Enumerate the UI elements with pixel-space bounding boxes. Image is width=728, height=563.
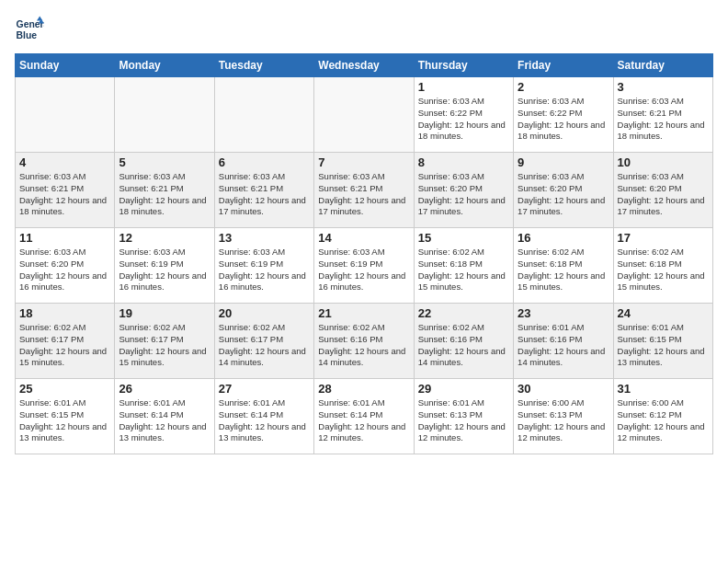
day-number: 28: [318, 382, 409, 396]
day-number: 14: [318, 231, 409, 245]
day-number: 25: [19, 382, 110, 396]
day-header-monday: Monday: [115, 54, 214, 77]
day-number: 5: [119, 155, 210, 169]
logo-icon: General Blue: [15, 15, 44, 44]
calendar-cell: 1Sunrise: 6:03 AM Sunset: 6:22 PM Daylig…: [414, 77, 513, 153]
calendar-cell: [16, 77, 115, 153]
day-info: Sunrise: 6:01 AM Sunset: 6:14 PM Dayligh…: [318, 397, 409, 444]
week-row-2: 4Sunrise: 6:03 AM Sunset: 6:21 PM Daylig…: [16, 153, 713, 228]
calendar-cell: 24Sunrise: 6:01 AM Sunset: 6:15 PM Dayli…: [613, 304, 712, 379]
day-info: Sunrise: 6:03 AM Sunset: 6:20 PM Dayligh…: [518, 171, 609, 218]
calendar-cell: 20Sunrise: 6:02 AM Sunset: 6:17 PM Dayli…: [214, 304, 313, 379]
day-number: 2: [518, 80, 609, 94]
day-info: Sunrise: 6:00 AM Sunset: 6:12 PM Dayligh…: [618, 397, 709, 444]
calendar-cell: 7Sunrise: 6:03 AM Sunset: 6:21 PM Daylig…: [314, 153, 414, 228]
day-number: 10: [618, 155, 709, 169]
calendar-cell: [314, 77, 414, 153]
calendar-cell: 17Sunrise: 6:02 AM Sunset: 6:18 PM Dayli…: [613, 228, 712, 304]
day-number: 13: [219, 231, 310, 245]
day-info: Sunrise: 6:03 AM Sunset: 6:22 PM Dayligh…: [518, 96, 609, 143]
day-number: 17: [618, 231, 709, 245]
calendar-cell: 18Sunrise: 6:02 AM Sunset: 6:17 PM Dayli…: [16, 304, 115, 379]
day-number: 27: [219, 382, 310, 396]
day-number: 7: [318, 155, 409, 169]
day-info: Sunrise: 6:02 AM Sunset: 6:16 PM Dayligh…: [418, 322, 509, 369]
calendar-cell: 9Sunrise: 6:03 AM Sunset: 6:20 PM Daylig…: [514, 153, 613, 228]
day-info: Sunrise: 6:03 AM Sunset: 6:19 PM Dayligh…: [219, 247, 310, 293]
svg-marker-2: [37, 17, 42, 21]
day-number: 11: [19, 231, 110, 245]
day-number: 1: [418, 80, 509, 94]
day-info: Sunrise: 6:02 AM Sunset: 6:18 PM Dayligh…: [618, 247, 709, 293]
day-number: 19: [119, 306, 210, 320]
calendar-cell: 4Sunrise: 6:03 AM Sunset: 6:21 PM Daylig…: [16, 153, 115, 228]
day-info: Sunrise: 6:03 AM Sunset: 6:19 PM Dayligh…: [318, 247, 409, 293]
day-info: Sunrise: 6:03 AM Sunset: 6:20 PM Dayligh…: [418, 171, 509, 218]
day-header-thursday: Thursday: [414, 54, 513, 77]
day-number: 16: [518, 231, 609, 245]
day-info: Sunrise: 6:01 AM Sunset: 6:15 PM Dayligh…: [618, 322, 709, 369]
day-info: Sunrise: 6:03 AM Sunset: 6:21 PM Dayligh…: [318, 171, 409, 218]
day-number: 23: [518, 306, 609, 320]
day-info: Sunrise: 6:01 AM Sunset: 6:14 PM Dayligh…: [219, 397, 310, 444]
day-number: 31: [618, 382, 709, 396]
calendar-cell: 3Sunrise: 6:03 AM Sunset: 6:21 PM Daylig…: [613, 77, 712, 153]
day-number: 6: [219, 155, 310, 169]
calendar-cell: 22Sunrise: 6:02 AM Sunset: 6:16 PM Dayli…: [414, 304, 513, 379]
calendar-cell: 11Sunrise: 6:03 AM Sunset: 6:20 PM Dayli…: [16, 228, 115, 304]
calendar-cell: 6Sunrise: 6:03 AM Sunset: 6:21 PM Daylig…: [214, 153, 313, 228]
svg-text:Blue: Blue: [17, 30, 38, 40]
day-info: Sunrise: 6:03 AM Sunset: 6:20 PM Dayligh…: [19, 247, 110, 293]
day-info: Sunrise: 6:03 AM Sunset: 6:22 PM Dayligh…: [418, 96, 509, 143]
day-number: 29: [418, 382, 509, 396]
day-info: Sunrise: 6:01 AM Sunset: 6:16 PM Dayligh…: [518, 322, 609, 369]
day-info: Sunrise: 6:02 AM Sunset: 6:17 PM Dayligh…: [19, 322, 110, 369]
week-row-4: 18Sunrise: 6:02 AM Sunset: 6:17 PM Dayli…: [16, 304, 713, 379]
day-info: Sunrise: 6:03 AM Sunset: 6:21 PM Dayligh…: [219, 171, 310, 218]
logo: General Blue: [15, 15, 44, 44]
calendar-cell: 21Sunrise: 6:02 AM Sunset: 6:16 PM Dayli…: [314, 304, 414, 379]
calendar-header: SundayMondayTuesdayWednesdayThursdayFrid…: [16, 54, 713, 77]
calendar-cell: 27Sunrise: 6:01 AM Sunset: 6:14 PM Dayli…: [214, 379, 313, 454]
day-info: Sunrise: 6:03 AM Sunset: 6:20 PM Dayligh…: [618, 171, 709, 218]
day-info: Sunrise: 6:03 AM Sunset: 6:21 PM Dayligh…: [618, 96, 709, 143]
day-info: Sunrise: 6:02 AM Sunset: 6:17 PM Dayligh…: [219, 322, 310, 369]
day-info: Sunrise: 6:03 AM Sunset: 6:19 PM Dayligh…: [119, 247, 210, 293]
calendar-cell: 16Sunrise: 6:02 AM Sunset: 6:18 PM Dayli…: [514, 228, 613, 304]
calendar-cell: 29Sunrise: 6:01 AM Sunset: 6:13 PM Dayli…: [414, 379, 513, 454]
calendar-cell: 10Sunrise: 6:03 AM Sunset: 6:20 PM Dayli…: [613, 153, 712, 228]
day-number: 20: [219, 306, 310, 320]
calendar-cell: 26Sunrise: 6:01 AM Sunset: 6:14 PM Dayli…: [115, 379, 214, 454]
calendar-cell: [115, 77, 214, 153]
page: General Blue SundayMondayTuesdayWednesda…: [0, 0, 728, 563]
day-number: 15: [418, 231, 509, 245]
calendar-cell: 23Sunrise: 6:01 AM Sunset: 6:16 PM Dayli…: [514, 304, 613, 379]
calendar-cell: 2Sunrise: 6:03 AM Sunset: 6:22 PM Daylig…: [514, 77, 613, 153]
day-info: Sunrise: 6:02 AM Sunset: 6:17 PM Dayligh…: [119, 322, 210, 369]
calendar-cell: 19Sunrise: 6:02 AM Sunset: 6:17 PM Dayli…: [115, 304, 214, 379]
week-row-5: 25Sunrise: 6:01 AM Sunset: 6:15 PM Dayli…: [16, 379, 713, 454]
day-info: Sunrise: 6:02 AM Sunset: 6:16 PM Dayligh…: [318, 322, 409, 369]
day-number: 9: [518, 155, 609, 169]
calendar-cell: 25Sunrise: 6:01 AM Sunset: 6:15 PM Dayli…: [16, 379, 115, 454]
day-number: 4: [19, 155, 110, 169]
calendar-cell: 15Sunrise: 6:02 AM Sunset: 6:18 PM Dayli…: [414, 228, 513, 304]
week-row-3: 11Sunrise: 6:03 AM Sunset: 6:20 PM Dayli…: [16, 228, 713, 304]
calendar-cell: 28Sunrise: 6:01 AM Sunset: 6:14 PM Dayli…: [314, 379, 414, 454]
day-info: Sunrise: 6:01 AM Sunset: 6:14 PM Dayligh…: [119, 397, 210, 444]
day-info: Sunrise: 6:03 AM Sunset: 6:21 PM Dayligh…: [119, 171, 210, 218]
day-number: 12: [119, 231, 210, 245]
calendar-cell: 30Sunrise: 6:00 AM Sunset: 6:13 PM Dayli…: [514, 379, 613, 454]
calendar-cell: 8Sunrise: 6:03 AM Sunset: 6:20 PM Daylig…: [414, 153, 513, 228]
day-info: Sunrise: 6:03 AM Sunset: 6:21 PM Dayligh…: [19, 171, 110, 218]
day-number: 24: [618, 306, 709, 320]
day-number: 22: [418, 306, 509, 320]
calendar-header-row: SundayMondayTuesdayWednesdayThursdayFrid…: [16, 54, 713, 77]
day-number: 18: [19, 306, 110, 320]
day-header-tuesday: Tuesday: [214, 54, 313, 77]
day-info: Sunrise: 6:02 AM Sunset: 6:18 PM Dayligh…: [518, 247, 609, 293]
calendar-cell: 12Sunrise: 6:03 AM Sunset: 6:19 PM Dayli…: [115, 228, 214, 304]
calendar: SundayMondayTuesdayWednesdayThursdayFrid…: [15, 53, 713, 454]
day-number: 8: [418, 155, 509, 169]
day-number: 3: [618, 80, 709, 94]
